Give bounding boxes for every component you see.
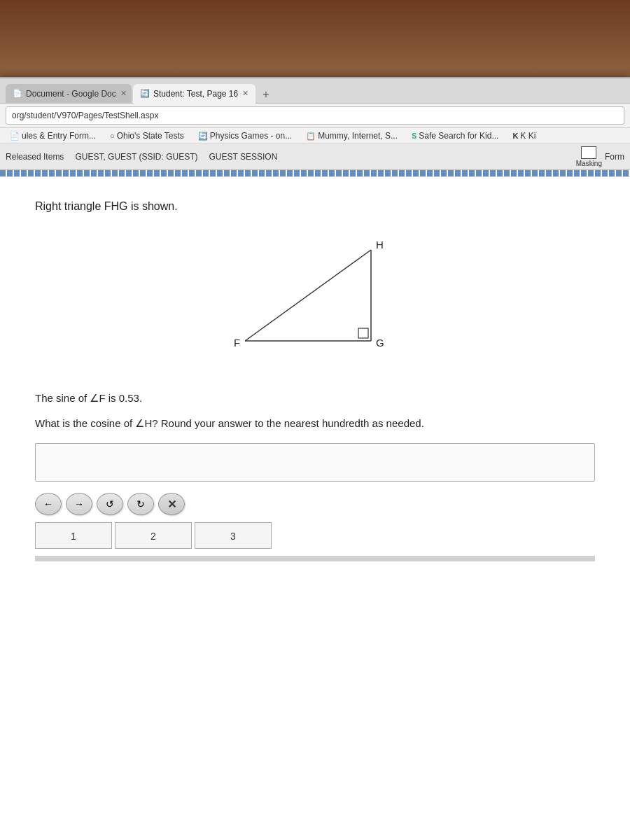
bookmark-entry-form-icon: 📄 <box>10 132 20 141</box>
bookmark-entry-form[interactable]: 📄 ules & Entry Form... <box>6 130 100 142</box>
tab-document-close[interactable]: ✕ <box>120 89 127 98</box>
back-arrow-icon: ← <box>43 498 53 510</box>
question-intro: Right triangle FHG is shown. <box>35 198 595 215</box>
bookmark-k-label: K Ki <box>520 131 536 141</box>
bookmark-mummy-icon: 📋 <box>306 132 316 141</box>
bookmark-ohio-state[interactable]: ○ Ohio's State Tests <box>106 130 188 142</box>
bookmark-entry-form-label: ules & Entry Form... <box>22 131 96 141</box>
clear-icon: ✕ <box>167 498 176 511</box>
svg-rect-3 <box>358 328 368 338</box>
bookmarks-bar: 📄 ules & Entry Form... ○ Ohio's State Te… <box>0 128 630 144</box>
numpad-3[interactable]: 3 <box>195 522 272 549</box>
bookmark-physics-games[interactable]: 🔄 Physics Games - on... <box>194 130 296 142</box>
calc-redo-button[interactable]: ↻ <box>127 493 154 515</box>
bookmark-physics-icon: 🔄 <box>198 132 208 141</box>
svg-text:H: H <box>376 239 384 251</box>
calc-back-button[interactable]: ← <box>35 493 62 515</box>
test-nav-bar: Released Items GUEST, GUEST (SSID: GUEST… <box>0 144 630 170</box>
triangle-svg: F H G <box>203 229 427 369</box>
triangle-diagram: F H G <box>35 229 595 369</box>
bookmark-ohio-label: Ohio's State Tests <box>117 131 184 141</box>
bottom-divider <box>35 556 595 561</box>
numpad-1[interactable]: 1 <box>35 522 112 549</box>
session-label: GUEST SESSION <box>209 152 278 162</box>
progress-bar <box>0 170 630 177</box>
calc-undo-button[interactable]: ↺ <box>97 493 123 515</box>
masking-icon <box>581 146 596 159</box>
browser-window: 📄 Document - Google Doc ✕ 🔄 Student: Tes… <box>0 77 630 840</box>
given-info: The sine of ∠F is 0.53. <box>35 390 595 407</box>
tab-student-test[interactable]: 🔄 Student: Test, Page 16 ✕ <box>133 84 255 104</box>
tab-document[interactable]: 📄 Document - Google Doc ✕ <box>6 84 132 104</box>
forward-arrow-icon: → <box>74 498 84 510</box>
tab-student-favicon: 🔄 <box>140 89 150 98</box>
bookmark-mummy[interactable]: 📋 Mummy, Internet, S... <box>302 130 402 142</box>
question-main: What is the cosine of ∠H? Round your ans… <box>35 415 595 432</box>
numpad-2[interactable]: 2 <box>115 522 192 549</box>
progress-dots <box>0 170 630 177</box>
tab-bar: 📄 Document - Google Doc ✕ 🔄 Student: Tes… <box>0 78 630 104</box>
form-label: Form <box>605 152 624 162</box>
tab-document-label: Document - Google Doc <box>26 89 116 99</box>
number-pad: 1 2 3 <box>35 522 595 549</box>
masking-button[interactable]: Masking <box>576 146 602 167</box>
guest-info-label: GUEST, GUEST (SSID: GUEST) <box>75 152 197 162</box>
bookmark-safe-search-icon: S <box>412 132 416 140</box>
answer-input-box[interactable] <box>35 443 595 482</box>
undo-icon: ↺ <box>106 498 114 510</box>
address-bar-area <box>0 104 630 128</box>
bookmark-ohio-icon: ○ <box>110 132 115 140</box>
calculator-nav-buttons: ← → ↺ ↻ ✕ <box>35 493 595 515</box>
bookmark-physics-label: Physics Games - on... <box>210 131 292 141</box>
bookmark-safe-search[interactable]: S Safe Search for Kid... <box>407 130 503 142</box>
tab-document-favicon: 📄 <box>13 89 22 98</box>
bookmark-mummy-label: Mummy, Internet, S... <box>318 131 398 141</box>
bookmark-k[interactable]: K K Ki <box>508 130 540 142</box>
released-items-label: Released Items <box>6 152 64 162</box>
calc-forward-button[interactable]: → <box>66 493 92 515</box>
bookmark-safe-search-label: Safe Search for Kid... <box>419 131 498 141</box>
main-content: Right triangle FHG is shown. F H G The s… <box>0 177 630 667</box>
new-tab-button[interactable]: + <box>257 85 274 104</box>
svg-text:G: G <box>376 337 384 349</box>
svg-line-0 <box>245 250 371 341</box>
tab-student-close[interactable]: ✕ <box>242 89 248 98</box>
svg-text:F: F <box>234 337 240 349</box>
masking-form-area: Masking Form <box>576 146 624 167</box>
address-bar-input[interactable] <box>6 106 624 125</box>
redo-icon: ↻ <box>136 498 145 510</box>
calc-clear-button[interactable]: ✕ <box>158 493 185 515</box>
tab-student-label: Student: Test, Page 16 <box>153 89 238 99</box>
masking-label: Masking <box>576 160 602 167</box>
bookmark-k-icon: K <box>512 132 518 140</box>
